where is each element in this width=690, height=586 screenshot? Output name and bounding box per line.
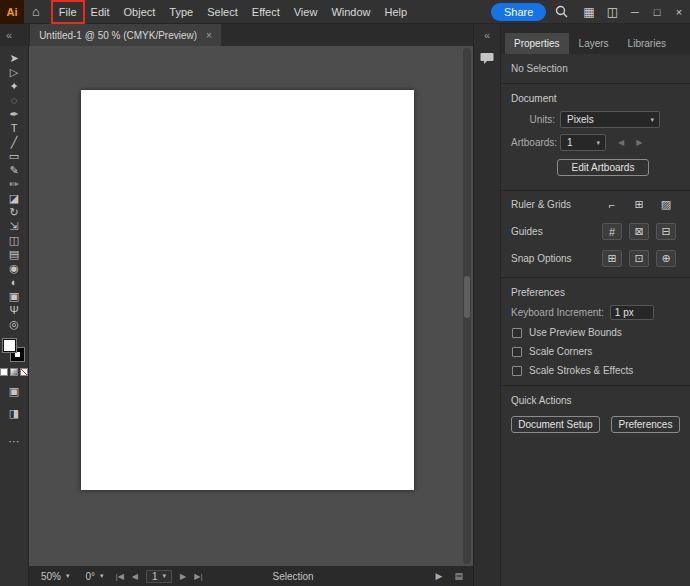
status-panel-icon[interactable]: ▤: [450, 571, 467, 581]
use-preview-bounds-row[interactable]: Use Preview Bounds: [501, 323, 690, 342]
play-icon[interactable]: ▶: [432, 571, 447, 581]
tab-properties[interactable]: Properties: [505, 33, 569, 54]
scale-strokes-effects-row[interactable]: Scale Strokes & Effects: [501, 361, 690, 380]
selection-tool[interactable]: ➤: [0, 51, 28, 65]
checkbox-label: Use Preview Bounds: [529, 327, 622, 338]
last-artboard-icon[interactable]: ▶|: [192, 572, 204, 581]
document-tab-title: Untitled-1 @ 50 % (CMYK/Preview): [39, 30, 197, 41]
snap-to-grid-icon[interactable]: ⊞: [602, 250, 622, 267]
arrange-documents-icon[interactable]: ▦: [577, 5, 600, 19]
direct-selection-tool[interactable]: ▷: [0, 65, 28, 79]
screen-mode-icon[interactable]: ◨: [0, 406, 28, 420]
no-selection-label: No Selection: [501, 54, 690, 84]
snap-to-point-icon[interactable]: ⊕: [656, 250, 676, 267]
units-dropdown[interactable]: Pixels ▾: [560, 111, 660, 128]
status-indicator: Selection: [272, 571, 313, 582]
rotate-tool[interactable]: ↻: [0, 205, 28, 219]
menu-view[interactable]: View: [287, 1, 325, 23]
canvas-vertical-scrollbar[interactable]: [463, 48, 471, 564]
menu-effect[interactable]: Effect: [245, 1, 287, 23]
paintbrush-tool[interactable]: ✎: [0, 163, 28, 177]
lock-guides-icon[interactable]: ⊠: [629, 223, 649, 240]
menu-edit[interactable]: Edit: [84, 1, 117, 23]
tab-libraries[interactable]: Libraries: [619, 33, 675, 54]
collapse-toolbar-icon[interactable]: «: [0, 29, 18, 41]
edit-artboards-button[interactable]: Edit Artboards: [557, 159, 649, 176]
next-artboard-icon[interactable]: ▶: [178, 572, 188, 581]
home-icon[interactable]: ⌂: [26, 4, 46, 19]
previous-artboard-icon[interactable]: ◀: [130, 572, 140, 581]
preferences-button[interactable]: Preferences: [611, 416, 680, 433]
color-mode-icon[interactable]: [0, 368, 8, 376]
magic-wand-tool[interactable]: ✦: [0, 79, 28, 93]
blend-tool[interactable]: ◐: [0, 275, 28, 289]
artboard-tool[interactable]: ▣: [0, 289, 28, 303]
tab-layers[interactable]: Layers: [570, 33, 618, 54]
workspace-switcher-icon[interactable]: ◫: [601, 5, 624, 19]
scale-corners-row[interactable]: Scale Corners: [501, 342, 690, 361]
menu-file[interactable]: File: [52, 1, 84, 23]
pen-tool[interactable]: ✒: [0, 107, 28, 121]
gradient-tool[interactable]: ▤: [0, 247, 28, 261]
eyedropper-tool[interactable]: ◉: [0, 261, 28, 275]
artboards-next-icon[interactable]: ▶: [636, 138, 642, 147]
gradient-mode-icon[interactable]: [10, 368, 18, 376]
document-tab[interactable]: Untitled-1 @ 50 % (CMYK/Preview) ×: [30, 24, 221, 46]
rotation-dropdown[interactable]: 0° ▾: [80, 570, 110, 583]
edit-toolbar-icon[interactable]: ⋯: [0, 434, 28, 448]
artboard[interactable]: [81, 90, 414, 490]
keyboard-increment-input[interactable]: 1 px: [610, 305, 654, 320]
rectangle-tool[interactable]: ▭: [0, 149, 28, 163]
statusbar: 50% ▾ 0° ▾ |◀ ◀ 1 ▾ ▶ ▶| Selection ▶ ▤: [29, 566, 473, 586]
canvas-area[interactable]: [29, 46, 473, 566]
draw-mode-icon[interactable]: ▣: [0, 384, 28, 398]
lasso-tool[interactable]: ◌: [0, 93, 28, 107]
close-button[interactable]: ×: [668, 6, 690, 18]
menu-help[interactable]: Help: [378, 1, 415, 23]
scale-tool[interactable]: ⇲: [0, 219, 28, 233]
use-preview-bounds-checkbox[interactable]: [512, 328, 522, 338]
type-tool[interactable]: T: [0, 121, 28, 135]
first-artboard-icon[interactable]: |◀: [114, 572, 126, 581]
scale-corners-checkbox[interactable]: [512, 347, 522, 357]
corner-ruler-icon[interactable]: ⌐: [602, 196, 622, 213]
minimize-button[interactable]: ─: [624, 6, 646, 18]
menu-window[interactable]: Window: [324, 1, 377, 23]
comments-icon[interactable]: [480, 51, 494, 69]
illustrator-logo-icon[interactable]: Ai: [0, 0, 24, 24]
share-button[interactable]: Share: [491, 3, 546, 21]
eraser-tool[interactable]: ◪: [0, 191, 28, 205]
menu-object[interactable]: Object: [117, 1, 163, 23]
pencil-tool[interactable]: ✏: [0, 177, 28, 191]
expand-panels-icon[interactable]: «: [478, 29, 496, 41]
panel-tab-bar: Properties Layers Libraries: [501, 24, 690, 54]
scale-strokes-effects-checkbox[interactable]: [512, 366, 522, 376]
zoom-tool[interactable]: ◎: [0, 317, 28, 331]
artboards-row: Artboards: 1 ▾ ◀ ▶: [501, 131, 690, 154]
artboard-number-dropdown[interactable]: 1 ▾: [146, 570, 172, 583]
menu-select[interactable]: Select: [200, 1, 245, 23]
menu-type[interactable]: Type: [162, 1, 200, 23]
shape-builder-tool[interactable]: ◫: [0, 233, 28, 247]
tab-close-icon[interactable]: ×: [206, 30, 212, 41]
search-icon[interactable]: [546, 5, 577, 18]
guide-style-icon[interactable]: ⊟: [656, 223, 676, 240]
line-segment-tool[interactable]: ╱: [0, 135, 28, 149]
show-guides-icon[interactable]: #: [602, 223, 622, 240]
transparency-grid-icon[interactable]: ▨: [656, 196, 676, 213]
snap-to-pixel-icon[interactable]: ⊡: [629, 250, 649, 267]
zoom-level-dropdown[interactable]: 50% ▾: [35, 570, 76, 583]
maximize-button[interactable]: □: [646, 6, 668, 18]
artboards-prev-icon[interactable]: ◀: [618, 138, 624, 147]
grid-icon[interactable]: ⊞: [629, 196, 649, 213]
none-mode-icon[interactable]: [20, 368, 28, 376]
artboards-label: Artboards:: [511, 137, 555, 148]
quick-actions-header: Quick Actions: [501, 386, 690, 410]
fill-color-swatch[interactable]: [3, 339, 16, 352]
scrollbar-thumb[interactable]: [464, 276, 470, 318]
hand-tool[interactable]: Ψ: [0, 303, 28, 317]
ruler-grids-label: Ruler & Grids: [511, 199, 571, 210]
artboards-count-dropdown[interactable]: 1 ▾: [560, 134, 606, 151]
document-setup-button[interactable]: Document Setup: [511, 416, 600, 433]
units-row: Units: Pixels ▾: [501, 108, 690, 131]
